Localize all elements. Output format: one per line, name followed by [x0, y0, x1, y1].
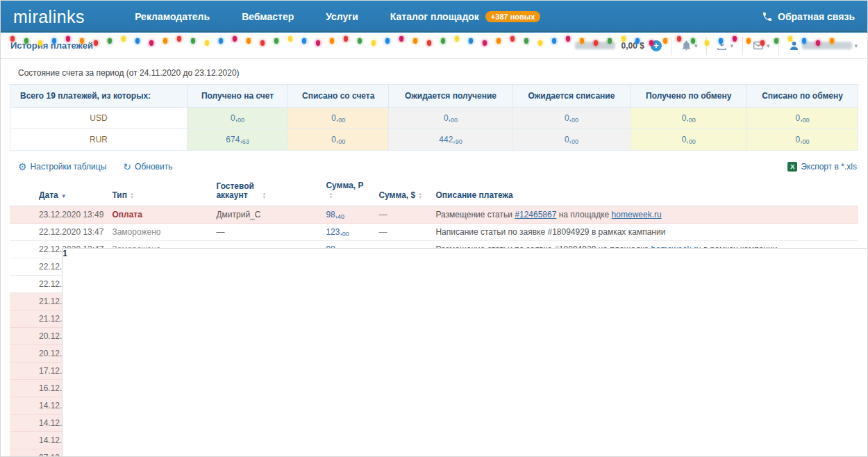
amount-int: 0, [231, 113, 237, 123]
pagination: ← Ctrl«‹12›»Ctrl → [10, 248, 868, 457]
summary-table: Всего 19 платежей, из которых:Получено н… [10, 84, 858, 151]
summary-value: 0,00 [747, 108, 858, 129]
col-label: Описание платежа [435, 190, 512, 200]
nav-item-label: Услуги [326, 11, 358, 22]
cell-date: 23.12.2020 13:49 [10, 206, 108, 224]
summary-value: 0,00 [288, 108, 389, 129]
amount-dec: 00 [338, 117, 345, 124]
divider [671, 37, 671, 55]
summary-value: 0,00 [512, 129, 631, 151]
nav-item-3[interactable]: Каталог площадок+387 новых [390, 11, 541, 22]
sort-desc-icon: ▼ [61, 193, 67, 199]
refresh-icon: ↻ [123, 161, 131, 172]
summary-row: RUR674,630,00442,900,000,000,00 [10, 129, 858, 151]
envelope-icon [752, 40, 765, 51]
cell-description: Написание статьи по заявке #18094929 в р… [431, 224, 858, 241]
phone-icon [762, 11, 773, 22]
amount-int: 0, [444, 113, 451, 123]
amount-dec: 00 [571, 117, 578, 124]
summary-value: 0,00 [512, 108, 631, 129]
add-funds-button[interactable]: + [651, 40, 662, 51]
chevron-down-icon: ▾ [730, 42, 733, 49]
col-header-4[interactable]: Сумма, $▲▼ [374, 176, 431, 206]
amount-dec: 00 [803, 138, 810, 145]
feedback-label: Обратная связь [778, 11, 855, 22]
bell-icon [681, 40, 692, 51]
amount-int: 98, [326, 210, 337, 219]
notifications-button[interactable]: ▾ [681, 40, 698, 51]
summary-value: 0,00 [631, 108, 747, 129]
summary-value: 0,00 [187, 108, 288, 129]
summary-col-header: Получено на счет [187, 85, 288, 108]
divider [778, 37, 779, 55]
amount-int: 442, [439, 135, 455, 144]
summary-col-header: Списано по обмену [747, 85, 858, 108]
subheader: История платежей 0,00 $ + ▾ ▾ ▾ [1, 33, 867, 59]
amount-dec: 00 [451, 117, 458, 124]
summary-body: USD0,000,000,000,000,000,00RUR674,630,00… [10, 108, 858, 151]
amount-int: 0, [796, 113, 803, 123]
cell-type: Оплата [108, 206, 212, 224]
amount-dec: 00 [342, 231, 349, 238]
logo[interactable]: miralinks [13, 7, 85, 27]
amount-int: 674, [226, 135, 242, 144]
description-text: на площадке [556, 210, 611, 219]
amount-int: 0, [565, 113, 571, 123]
col-label: Сумма, Р [326, 181, 363, 190]
chevron-down-icon: ▾ [767, 42, 770, 49]
table-settings-button[interactable]: ⚙ Настройки таблицы [18, 161, 106, 172]
cell-type: Заморожено [108, 224, 212, 241]
summary-col-header: Получено по обмену [631, 85, 747, 108]
amount-int: 0, [565, 135, 571, 144]
redacted-rub-balance [575, 42, 615, 49]
col-header-3[interactable]: Сумма, Р▲▼ [322, 176, 374, 206]
currency-label: RUR [10, 129, 187, 151]
summary-value: 674,63 [187, 129, 288, 151]
description-link[interactable]: #12465867 [515, 210, 556, 219]
summary-row: USD0,000,000,000,000,000,00 [10, 108, 858, 129]
messages-button[interactable]: ▾ [752, 40, 770, 51]
description-link[interactable]: homeweek.ru [612, 210, 662, 219]
amount-dec: 00 [689, 138, 696, 145]
sort-icon: ▲▼ [130, 192, 134, 199]
nav-item-2[interactable]: Услуги [326, 11, 358, 22]
downloads-button[interactable]: ▾ [716, 40, 733, 51]
summary-col-header: Всего 19 платежей, из которых: [10, 85, 187, 108]
nav-item-label: Вебмастер [242, 11, 294, 22]
export-label: Экспорт в *.xls [801, 162, 857, 172]
amount-dec: 00 [689, 117, 696, 124]
col-header-1[interactable]: Тип▲▼ [108, 176, 212, 206]
divider [742, 37, 743, 55]
page-number-1[interactable]: 1 [62, 248, 868, 457]
divider [706, 37, 707, 55]
period-text: Состояние счета за период (от 24.11.2020… [18, 68, 858, 78]
amount-int: 0, [796, 135, 803, 144]
amount-int: 0, [331, 135, 338, 144]
usd-balance: 0,00 $ [621, 41, 644, 51]
summary-col-header: Списано со счета [288, 85, 389, 108]
cell-account: — [212, 224, 322, 241]
amount-dec: 00 [338, 138, 345, 145]
cell-amount-rub: 98,40 [322, 206, 374, 224]
page: miralinks РекламодательВебмастерУслугиКа… [0, 0, 868, 457]
col-label: Сумма, $ [378, 190, 415, 200]
feedback-link[interactable]: Обратная связь [762, 11, 855, 22]
col-header-2[interactable]: Гостевой аккаунт▲▼ [212, 176, 322, 206]
cell-description: Размещение статьи #12465867 на площадке … [431, 206, 858, 224]
summary-col-header: Ожидается списание [512, 85, 631, 108]
table-row: 22.12.2020 13:47Заморожено—123,00—Написа… [10, 224, 858, 241]
summary-value: 0,00 [747, 129, 858, 151]
export-xls-button[interactable]: X Экспорт в *.xls [787, 162, 857, 172]
nav-item-0[interactable]: Рекламодатель [135, 11, 210, 22]
summary-value: 0,00 [288, 129, 389, 151]
chevron-down-icon: ▾ [854, 42, 858, 49]
amount-int: 0, [682, 135, 689, 144]
nav-item-1[interactable]: Вебмастер [242, 11, 294, 22]
user-menu-button[interactable]: ▾ [788, 40, 858, 51]
refresh-button[interactable]: ↻ Обновить [123, 161, 172, 172]
col-header-0[interactable]: Дата▼ [10, 176, 108, 206]
col-label: Дата [39, 190, 58, 200]
nav-item-label: Рекламодатель [135, 11, 210, 22]
col-label: Гостевой аккаунт [216, 182, 259, 200]
summary-col-header: Ожидается получение [389, 85, 512, 108]
